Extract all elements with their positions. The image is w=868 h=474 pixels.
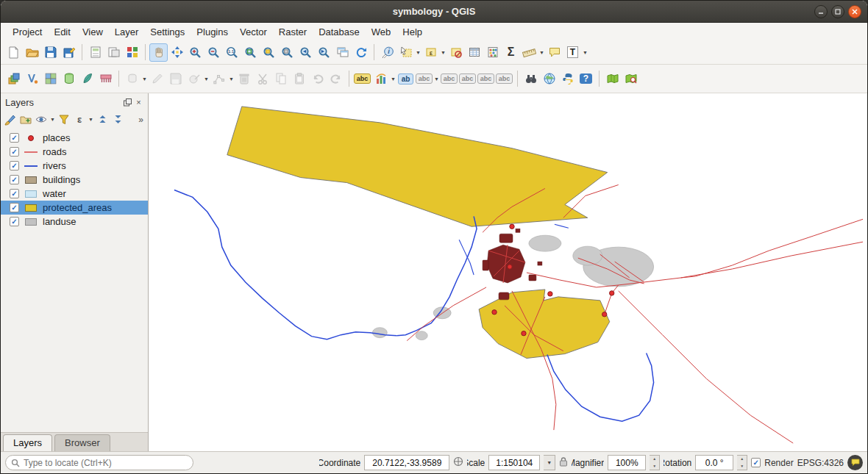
- filter-by-expression-icon[interactable]: ε: [72, 112, 87, 127]
- new-shapefile-layer-icon[interactable]: [78, 70, 96, 88]
- crs-status[interactable]: EPSG:4326: [797, 458, 844, 468]
- layer-checkbox[interactable]: ✓: [10, 147, 19, 157]
- change-label-icon[interactable]: abc: [495, 70, 513, 88]
- rotation-spinner[interactable]: ▲▼: [737, 455, 747, 470]
- expression-dropdown-icon[interactable]: ▼: [88, 117, 94, 122]
- new-project-icon[interactable]: [4, 43, 23, 62]
- layer-row-roads[interactable]: ✓ roads: [1, 145, 148, 159]
- spin-down-icon[interactable]: ▼: [650, 463, 659, 470]
- refresh-icon[interactable]: [352, 43, 370, 62]
- layer-checkbox[interactable]: ✓: [10, 133, 19, 143]
- layer-label[interactable]: places: [43, 132, 71, 143]
- deselect-features-icon[interactable]: [447, 43, 465, 62]
- render-toggle[interactable]: ✓ Render: [751, 458, 793, 468]
- undo-icon[interactable]: [308, 70, 327, 88]
- help-icon[interactable]: ?: [577, 70, 595, 88]
- python-console-icon[interactable]: [558, 70, 577, 88]
- zoom-out-icon[interactable]: [204, 43, 223, 62]
- save-layer-edits-icon[interactable]: [166, 70, 185, 88]
- highlight-labels-icon[interactable]: abc: [440, 70, 458, 88]
- menu-plugins[interactable]: Plugins: [191, 25, 234, 39]
- panel-float-icon[interactable]: [122, 97, 133, 108]
- menu-settings[interactable]: Settings: [144, 25, 191, 39]
- style-manager-icon[interactable]: [123, 43, 141, 62]
- scale-input[interactable]: [489, 458, 539, 468]
- panel-overflow-icon[interactable]: »: [138, 115, 146, 125]
- menu-vector[interactable]: Vector: [234, 25, 273, 39]
- map-canvas[interactable]: [149, 93, 867, 451]
- layer-labeling-icon[interactable]: abc: [353, 70, 371, 88]
- zoom-in-icon[interactable]: [186, 43, 204, 62]
- locate-input[interactable]: [24, 458, 188, 468]
- menu-layer[interactable]: Layer: [109, 25, 145, 39]
- cut-features-icon[interactable]: [253, 70, 271, 88]
- select-features-icon[interactable]: [396, 43, 415, 62]
- layer-row-buildings[interactable]: ✓ buildings: [1, 173, 148, 187]
- identify-features-icon[interactable]: i: [378, 43, 396, 62]
- layer-diagram-icon[interactable]: [371, 70, 390, 88]
- menu-project[interactable]: Project: [7, 25, 48, 39]
- nominatim-search-icon[interactable]: [522, 70, 540, 88]
- lock-scale-icon[interactable]: [559, 456, 568, 469]
- add-vector-layer-icon[interactable]: [23, 70, 41, 88]
- move-label-icon[interactable]: abc: [458, 70, 477, 88]
- show-layout-manager-icon[interactable]: [104, 43, 123, 62]
- spin-down-icon[interactable]: ▼: [737, 463, 747, 470]
- labeling-single-icon[interactable]: ab: [396, 70, 415, 88]
- layer-checkbox[interactable]: ✓: [10, 161, 19, 170]
- map-tips-icon[interactable]: [545, 43, 563, 62]
- locate-box[interactable]: [5, 455, 193, 470]
- layer-label[interactable]: protected_areas: [43, 202, 112, 213]
- save-project-as-icon[interactable]: [60, 43, 78, 62]
- layer-checkbox[interactable]: ✓: [10, 203, 19, 212]
- menu-raster[interactable]: Raster: [273, 25, 313, 39]
- layer-label[interactable]: rivers: [43, 160, 66, 171]
- save-project-icon[interactable]: [41, 43, 60, 62]
- new-map-view-icon[interactable]: [333, 43, 352, 62]
- close-icon[interactable]: [848, 5, 861, 18]
- field-calculator-icon[interactable]: [483, 43, 502, 62]
- pan-map-icon[interactable]: [149, 43, 168, 62]
- toggle-editing-icon[interactable]: [148, 70, 166, 88]
- osm-globe-icon[interactable]: [540, 70, 558, 88]
- delete-selected-icon[interactable]: [235, 70, 253, 88]
- scale-field[interactable]: [488, 455, 540, 470]
- layer-checkbox[interactable]: ✓: [10, 175, 19, 184]
- current-edits-dropdown-icon[interactable]: ▼: [141, 76, 148, 82]
- collapse-all-icon[interactable]: [110, 112, 125, 127]
- measure-icon[interactable]: [520, 43, 538, 62]
- select-by-expression-icon[interactable]: ε: [421, 43, 440, 62]
- open-attribute-table-icon[interactable]: [465, 43, 483, 62]
- pin-labels-icon[interactable]: abc: [415, 70, 433, 88]
- vertex-tool-icon[interactable]: [210, 70, 228, 88]
- redo-icon[interactable]: [327, 70, 345, 88]
- digitize-dropdown-icon[interactable]: ▼: [203, 76, 210, 82]
- spin-up-icon[interactable]: ▲: [737, 456, 747, 463]
- scale-dropdown-icon[interactable]: ▼: [544, 455, 555, 470]
- menu-database[interactable]: Database: [313, 25, 366, 39]
- map-themes-dropdown-icon[interactable]: ▼: [49, 117, 56, 122]
- new-print-layout-icon[interactable]: [86, 43, 104, 62]
- open-project-icon[interactable]: [23, 43, 41, 62]
- new-geopackage-layer-icon[interactable]: [60, 70, 78, 88]
- magnifier-spinner[interactable]: ▲▼: [650, 455, 660, 470]
- layer-label[interactable]: buildings: [43, 174, 80, 185]
- open-layer-styling-icon[interactable]: [3, 112, 18, 127]
- tab-browser[interactable]: Browser: [54, 434, 110, 451]
- pin-labels-dropdown-icon[interactable]: ▼: [433, 76, 440, 82]
- layer-row-protected-areas[interactable]: ✓ protected_areas: [1, 201, 148, 215]
- select-features-dropdown-icon[interactable]: ▼: [415, 50, 421, 55]
- minimize-icon[interactable]: [814, 5, 828, 18]
- zoom-next-icon[interactable]: [315, 43, 333, 62]
- layer-label[interactable]: water: [43, 188, 66, 199]
- layer-row-places[interactable]: ✓ places: [1, 131, 148, 145]
- add-raster-layer-icon[interactable]: [41, 70, 60, 88]
- layer-label[interactable]: roads: [43, 146, 67, 157]
- layer-row-water[interactable]: ✓ water: [1, 187, 148, 201]
- diagram-dropdown-icon[interactable]: ▼: [390, 76, 396, 82]
- coordinate-field[interactable]: [364, 455, 449, 470]
- magnifier-field[interactable]: [608, 455, 646, 470]
- menu-web[interactable]: Web: [366, 25, 397, 39]
- layer-label[interactable]: landuse: [43, 216, 77, 227]
- add-feature-icon[interactable]: [185, 70, 203, 88]
